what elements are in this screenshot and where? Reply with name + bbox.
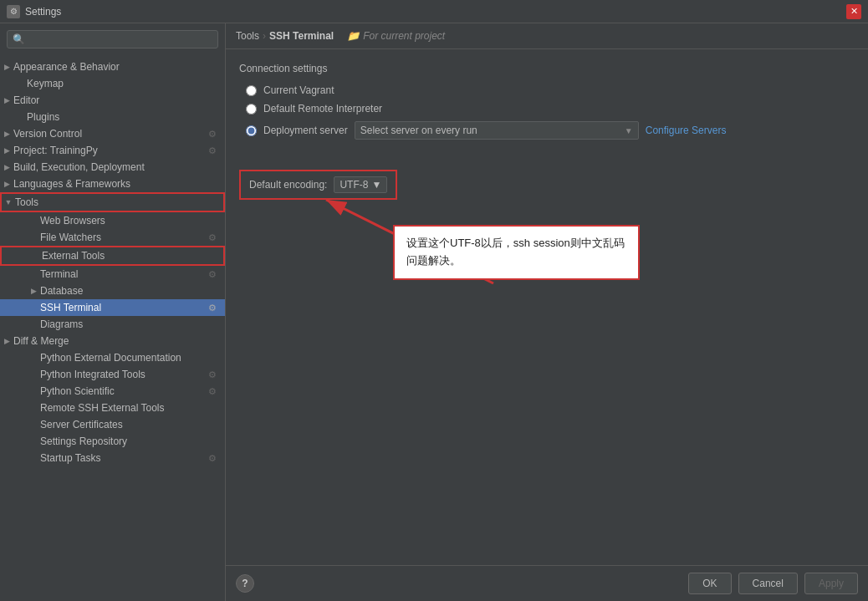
sidebar-item-label: Python Scientific — [40, 385, 203, 397]
sidebar-item-tools[interactable]: ▼ Tools — [0, 192, 225, 212]
sidebar-item-label: External Tools — [42, 250, 217, 262]
encoding-dropdown-arrow: ▼ — [371, 179, 381, 191]
gear-icon: ⚙ — [207, 452, 218, 464]
gear-icon: ⚙ — [207, 145, 218, 156]
radio-input-current-vagrant[interactable] — [246, 85, 257, 96]
arrow-icon: ▶ — [0, 180, 13, 188]
sidebar-item-label: Database — [40, 285, 218, 297]
sidebar-item-editor[interactable]: ▶ Editor — [0, 92, 225, 109]
sidebar-item-project[interactable]: ▶ Project: TrainingPy ⚙ — [0, 142, 225, 159]
sidebar-item-label: Appearance & Behavior — [13, 61, 218, 73]
window-title: Settings — [25, 6, 846, 18]
breadcrumb-current: SSH Terminal — [269, 30, 334, 42]
settings-content: Connection settings Current Vagrant Defa… — [226, 49, 868, 565]
radio-default-remote-interpreter[interactable]: Default Remote Interpreter — [246, 103, 855, 115]
encoding-label: Default encoding: — [249, 179, 327, 191]
gear-icon: ⚙ — [207, 232, 218, 243]
sidebar-item-version-control[interactable]: ▶ Version Control ⚙ — [0, 125, 225, 142]
encoding-row: Default encoding: UTF-8 ▼ — [239, 170, 397, 200]
sidebar-item-build-execution-deployment[interactable]: ▶ Build, Execution, Deployment — [0, 159, 225, 176]
radio-input-default-remote-interpreter[interactable] — [246, 104, 257, 115]
configure-servers-link[interactable]: Configure Servers — [646, 125, 727, 136]
deployment-server-select[interactable]: Select server on every run ▼ — [355, 121, 639, 140]
arrow-icon: ▶ — [0, 63, 13, 71]
sidebar-item-plugins[interactable]: Plugins — [0, 109, 225, 125]
sidebar-item-label: Build, Execution, Deployment — [13, 161, 218, 173]
sidebar-item-label: Python Integrated Tools — [40, 369, 203, 380]
encoding-value: UTF-8 — [340, 179, 368, 191]
gear-icon: ⚙ — [207, 302, 218, 313]
cancel-button[interactable]: Cancel — [738, 573, 798, 594]
gear-icon: ⚙ — [207, 128, 218, 140]
gear-icon: ⚙ — [207, 369, 218, 380]
ok-button[interactable]: OK — [688, 573, 731, 594]
radio-label-deployment-server: Deployment server — [263, 125, 348, 136]
radio-deployment-server[interactable]: Deployment server — [246, 125, 348, 136]
sidebar-item-startup-tasks[interactable]: Startup Tasks ⚙ — [0, 450, 225, 466]
content-area: 🔍 ▶ Appearance & Behavior Keymap ▶ Edito… — [0, 23, 868, 601]
encoding-select[interactable]: UTF-8 ▼ — [334, 176, 387, 193]
sidebar-item-label: Web Browsers — [40, 215, 218, 227]
encoding-container: Default encoding: UTF-8 ▼ — [239, 160, 397, 200]
sidebar-item-label: Version Control — [13, 128, 203, 140]
radio-label-current-vagrant: Current Vagrant — [263, 84, 334, 96]
radio-input-deployment-server[interactable] — [246, 125, 257, 136]
sidebar-item-file-watchers[interactable]: File Watchers ⚙ — [0, 229, 225, 246]
sidebar-item-label: Remote SSH External Tools — [40, 402, 218, 414]
sidebar: 🔍 ▶ Appearance & Behavior Keymap ▶ Edito… — [0, 23, 226, 601]
bottom-bar: ? OK Cancel Apply — [226, 565, 868, 601]
arrow-icon: ▶ — [0, 130, 13, 138]
sidebar-item-diagrams[interactable]: Diagrams — [0, 316, 225, 333]
sidebar-item-label: Diff & Merge — [13, 335, 218, 347]
search-input[interactable] — [28, 33, 212, 45]
gear-icon: ⚙ — [207, 385, 218, 397]
radio-deployment-server-row: Deployment server Select server on every… — [246, 121, 855, 140]
arrow-icon: ▶ — [27, 287, 40, 295]
sidebar-item-appearance-behavior[interactable]: ▶ Appearance & Behavior — [0, 59, 225, 75]
gear-icon: ⚙ — [207, 268, 218, 280]
chevron-down-icon: ▼ — [625, 126, 633, 135]
radio-label-default-remote-interpreter: Default Remote Interpreter — [263, 103, 382, 115]
sidebar-item-label: Diagrams — [40, 318, 218, 330]
sidebar-item-label: Settings Repository — [40, 435, 218, 447]
sidebar-item-python-external-doc[interactable]: Python External Documentation — [0, 349, 225, 366]
arrow-icon: ▶ — [0, 96, 13, 104]
sidebar-item-external-tools[interactable]: External Tools — [0, 246, 225, 266]
bottom-left: ? — [236, 574, 254, 593]
sidebar-item-ssh-terminal[interactable]: SSH Terminal ⚙ — [0, 299, 225, 316]
radio-current-vagrant[interactable]: Current Vagrant — [246, 84, 855, 96]
search-box[interactable]: 🔍 — [7, 30, 218, 48]
arrow-icon: ▶ — [0, 146, 13, 155]
for-project-label: 📁 For current project — [347, 30, 445, 42]
sidebar-item-settings-repository[interactable]: Settings Repository — [0, 433, 225, 450]
apply-button[interactable]: Apply — [804, 573, 858, 594]
select-value: Select server on every run — [360, 125, 477, 136]
breadcrumb: Tools › SSH Terminal 📁 For current proje… — [226, 23, 868, 49]
sidebar-item-label: Terminal — [40, 268, 203, 280]
sidebar-item-server-certificates[interactable]: Server Certificates — [0, 416, 225, 433]
annotation-tooltip: 设置这个UTF-8以后，ssh session则中文乱码问题解决。 — [393, 225, 640, 280]
radio-group: Current Vagrant Default Remote Interpret… — [246, 84, 855, 146]
app-icon: ⚙ — [7, 5, 20, 18]
sidebar-item-terminal[interactable]: Terminal ⚙ — [0, 266, 225, 283]
sidebar-item-label: SSH Terminal — [40, 302, 203, 313]
sidebar-item-remote-ssh-external-tools[interactable]: Remote SSH External Tools — [0, 400, 225, 416]
sidebar-item-label: Startup Tasks — [40, 452, 203, 464]
main-container: 🔍 ▶ Appearance & Behavior Keymap ▶ Edito… — [0, 23, 868, 601]
project-icon: 📁 — [347, 30, 360, 42]
help-button[interactable]: ? — [236, 574, 254, 593]
sidebar-item-python-scientific[interactable]: Python Scientific ⚙ — [0, 383, 225, 400]
sidebar-item-database[interactable]: ▶ Database — [0, 283, 225, 299]
sidebar-item-python-integrated-tools[interactable]: Python Integrated Tools ⚙ — [0, 366, 225, 383]
close-button[interactable]: ✕ — [846, 4, 861, 19]
connection-settings-label: Connection settings — [239, 63, 855, 74]
sidebar-item-diff-merge[interactable]: ▶ Diff & Merge — [0, 333, 225, 349]
sidebar-item-web-browsers[interactable]: Web Browsers — [0, 212, 225, 229]
arrow-icon: ▶ — [0, 337, 13, 345]
sidebar-tree: ▶ Appearance & Behavior Keymap ▶ Editor … — [0, 55, 225, 601]
breadcrumb-separator: › — [263, 30, 266, 42]
tooltip-text: 设置这个UTF-8以后，ssh session则中文乱码问题解决。 — [406, 237, 625, 267]
breadcrumb-parent: Tools — [236, 30, 259, 42]
sidebar-item-keymap[interactable]: Keymap — [0, 75, 225, 92]
sidebar-item-languages-frameworks[interactable]: ▶ Languages & Frameworks — [0, 176, 225, 192]
